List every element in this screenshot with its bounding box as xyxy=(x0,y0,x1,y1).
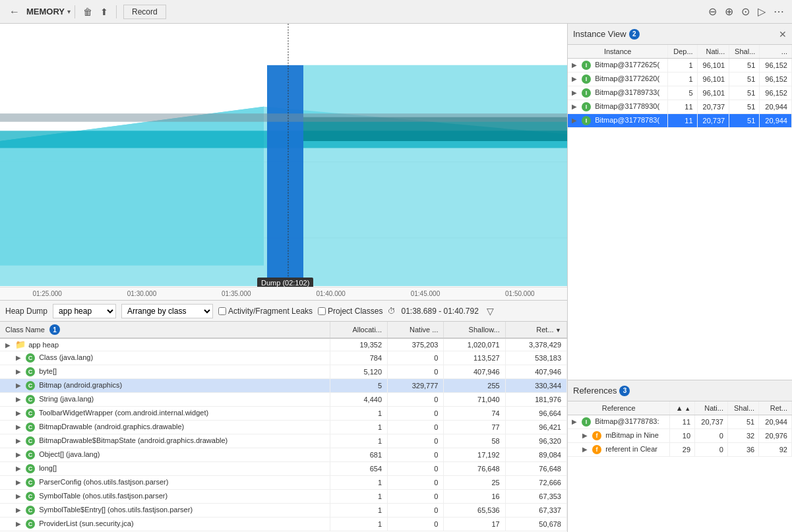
inst-col-retained[interactable]: ... xyxy=(760,45,792,59)
table-row[interactable]: ▶ C BitmapDrawable (android.graphics.dra… xyxy=(0,421,567,434)
shallow-cell: 71,040 xyxy=(444,393,505,407)
table-row[interactable]: ▶ C Object[] (java.lang) 681 0 17,192 89… xyxy=(0,448,567,462)
list-item[interactable]: ▶ I Bitmap@31778930( 11 20,737 51 20,944 xyxy=(568,100,792,114)
table-row[interactable]: ▶ C Bitmap (android.graphics) 5 329,777 … xyxy=(0,379,567,393)
alloc-cell: 681 xyxy=(330,448,387,462)
project-classes-checkbox[interactable] xyxy=(318,307,326,315)
expand-arrow[interactable]: ▶ xyxy=(16,451,24,458)
expand-arrow[interactable]: ▶ xyxy=(572,103,580,110)
retained-cell: 96,664 xyxy=(505,407,566,421)
inst-col-instance[interactable]: Instance xyxy=(568,45,668,59)
list-item[interactable]: ▶ I Bitmap@31778783( 11 20,737 51 20,944 xyxy=(568,114,792,128)
retained-cell: 181,976 xyxy=(505,393,566,407)
zoom-reset-button[interactable]: ⊙ xyxy=(739,3,752,20)
expand-arrow[interactable]: ▶ xyxy=(16,354,24,361)
table-row[interactable]: ▶ 📁 app heap 19,352 375,203 1,020,071 3,… xyxy=(0,338,567,351)
native-cell: 0 xyxy=(388,434,444,448)
ref-col-retained[interactable]: Ret... xyxy=(759,401,792,415)
instance-scroll[interactable]: Instance Dep... Nati... Shal... ... ▶ I … xyxy=(568,45,792,380)
retained-cell: 330,344 xyxy=(505,379,566,393)
instance-view: Instance View 2 ✕ Instance Dep... Nati..… xyxy=(568,24,792,380)
col-retained[interactable]: Ret... xyxy=(505,322,566,338)
play-button[interactable]: ▷ xyxy=(755,3,768,20)
folder-icon: 📁 xyxy=(15,341,24,349)
inst-col-dep[interactable]: Dep... xyxy=(668,45,697,59)
delete-button[interactable]: 🗑 xyxy=(79,4,96,20)
list-item[interactable]: ▶ f mBitmap in Nine 10 0 32 20,976 xyxy=(568,429,792,443)
activity-leaks-checkbox[interactable] xyxy=(218,307,226,315)
table-row[interactable]: ▶ C byte[] 5,120 0 407,946 407,946 xyxy=(0,365,567,379)
class-table-area[interactable]: Class Name 1 Allocati... Native ... Shal… xyxy=(0,322,567,532)
table-row[interactable]: ▶ C Class (java.lang) 784 0 113,527 538,… xyxy=(0,351,567,365)
col-alloc[interactable]: Allocati... xyxy=(330,322,387,338)
table-row[interactable]: ▶ C ParserConfig (ohos.utils.fastjson.pa… xyxy=(0,476,567,490)
expand-arrow[interactable]: ▶ xyxy=(16,423,24,430)
table-row[interactable]: ▶ C String (java.lang) 4,440 0 71,040 18… xyxy=(0,393,567,407)
time-tick-4: 01:40.000 xyxy=(284,290,378,297)
expand-arrow[interactable]: ▶ xyxy=(16,409,24,417)
instance-table: Instance Dep... Nati... Shal... ... ▶ I … xyxy=(568,45,792,128)
list-item[interactable]: ▶ I Bitmap@31778783: 11 20,737 51 20,944 xyxy=(568,415,792,429)
expand-arrow[interactable]: ▶ xyxy=(572,75,580,82)
expand-arrow[interactable]: ▶ xyxy=(572,61,580,69)
list-item[interactable]: ▶ I Bitmap@31772620( 1 96,101 51 96,152 xyxy=(568,73,792,86)
expand-arrow[interactable]: ▶ xyxy=(582,446,590,453)
zoom-in-button[interactable]: ⊕ xyxy=(722,3,736,20)
inst-col-shallow[interactable]: Shal... xyxy=(729,45,760,59)
arrange-select[interactable]: Arrange by class Arrange by callstack xyxy=(121,304,213,318)
retained-cell: 50,678 xyxy=(505,517,566,531)
export-button[interactable]: ⬆ xyxy=(96,4,112,20)
table-row[interactable]: ▶ C SymbolTable (ohos.utils.fastjson.par… xyxy=(0,490,567,504)
alloc-cell: 19,352 xyxy=(330,338,387,351)
more-button[interactable]: ⋯ xyxy=(771,3,787,20)
dep-cell: 29 xyxy=(670,443,695,457)
ref-col-dep[interactable]: ▲ xyxy=(670,401,695,415)
shallow-cell: 25 xyxy=(444,476,505,490)
expand-arrow[interactable]: ▶ xyxy=(572,117,580,124)
expand-arrow[interactable]: ▶ xyxy=(5,341,13,349)
shallow-cell: 1,020,071 xyxy=(444,338,505,351)
expand-arrow[interactable]: ▶ xyxy=(572,89,580,96)
expand-arrow[interactable]: ▶ xyxy=(16,520,24,527)
table-row[interactable]: ▶ C ToolbarWidgetWrapper (com.android.in… xyxy=(0,407,567,421)
col-classname[interactable]: Class Name 1 xyxy=(0,322,330,338)
table-row[interactable]: ▶ C BitmapDrawable$BitmapState (android.… xyxy=(0,434,567,448)
instance-view-close[interactable]: ✕ xyxy=(779,29,787,40)
col-shallow[interactable]: Shallow... xyxy=(444,322,505,338)
ref-col-reference[interactable]: Reference xyxy=(568,401,670,415)
expand-arrow[interactable]: ▶ xyxy=(16,368,24,375)
expand-arrow[interactable]: ▶ xyxy=(16,396,24,403)
native-cell: 329,777 xyxy=(388,379,444,393)
ref-col-native[interactable]: Nati... xyxy=(695,401,728,415)
expand-arrow[interactable]: ▶ xyxy=(572,418,580,425)
heap-select[interactable]: app heap image heap zygote heap xyxy=(53,304,116,318)
shallow-cell: 51 xyxy=(729,73,760,86)
expand-arrow[interactable]: ▶ xyxy=(16,465,24,472)
filter-button[interactable]: ▽ xyxy=(487,306,494,316)
list-item[interactable]: ▶ f referent in Clear 29 0 36 92 xyxy=(568,443,792,457)
references-scroll[interactable]: Reference ▲ Nati... Shal... Ret... ▶ I B… xyxy=(568,401,792,532)
expand-arrow[interactable]: ▶ xyxy=(582,432,590,439)
zoom-out-button[interactable]: ⊖ xyxy=(706,3,719,20)
list-item[interactable]: ▶ I Bitmap@31789733( 5 96,101 51 96,152 xyxy=(568,86,792,100)
shallow-cell: 76,648 xyxy=(444,462,505,476)
ref-col-shallow[interactable]: Shal... xyxy=(727,401,758,415)
activity-leaks-checkbox-label[interactable]: Activity/Fragment Leaks xyxy=(218,307,313,316)
expand-arrow[interactable]: ▶ xyxy=(16,492,24,500)
back-button[interactable]: ← xyxy=(5,3,24,20)
table-row[interactable]: ▶ C long[] 654 0 76,648 76,648 xyxy=(0,462,567,476)
shallow-cell: 51 xyxy=(729,114,760,128)
expand-arrow[interactable]: ▶ xyxy=(16,506,24,514)
expand-arrow[interactable]: ▶ xyxy=(16,479,24,486)
project-classes-checkbox-label[interactable]: Project Classes xyxy=(318,307,382,316)
list-item[interactable]: ▶ I Bitmap@31772625( 1 96,101 51 96,152 xyxy=(568,59,792,73)
col-native[interactable]: Native ... xyxy=(388,322,444,338)
expand-arrow[interactable]: ▶ xyxy=(16,382,24,389)
table-row[interactable]: ▶ C ProviderList (sun.security.jca) 1 0 … xyxy=(0,517,567,531)
toolbar-dropdown-icon[interactable]: ▾ xyxy=(67,8,71,15)
expand-arrow[interactable]: ▶ xyxy=(16,437,24,444)
inst-col-native[interactable]: Nati... xyxy=(697,45,729,59)
record-button[interactable]: Record xyxy=(123,5,166,19)
table-row[interactable]: ▶ C SymbolTable$Entry[] (ohos.utils.fast… xyxy=(0,504,567,517)
right-panel: Instance View 2 ✕ Instance Dep... Nati..… xyxy=(568,24,792,532)
